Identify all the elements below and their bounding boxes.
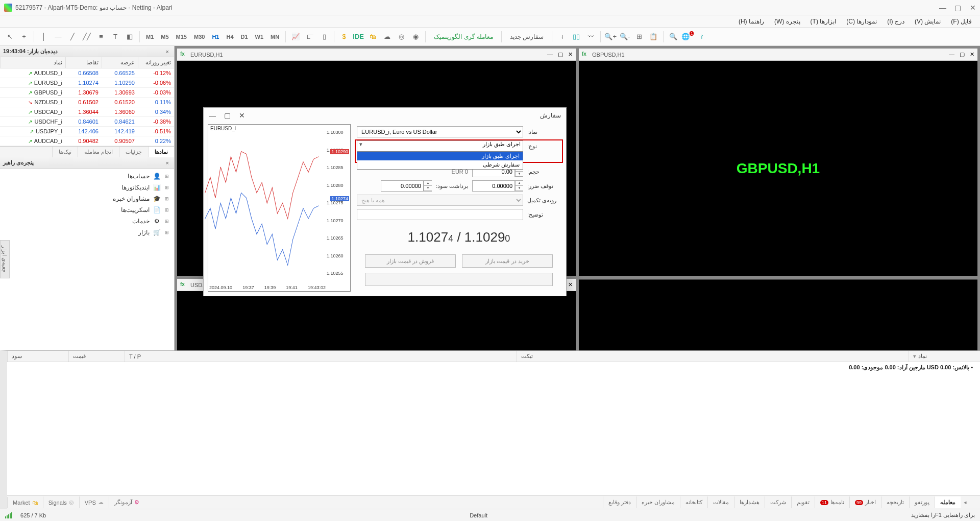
tf-m5[interactable]: M5 [158, 32, 172, 42]
tab-ticks[interactable]: تیک‌ها [52, 147, 78, 157]
type-option-pending[interactable]: سفارش شرطی [357, 160, 523, 169]
tab-mail[interactable]: نامه‌ها11 [815, 496, 849, 508]
search-icon[interactable]: 🔍 [667, 30, 680, 43]
menu-charts[interactable]: نمودارها (C) [842, 16, 881, 27]
menu-file[interactable]: فایل (F) [947, 16, 976, 27]
minimize-icon[interactable]: — [949, 51, 954, 58]
type-select[interactable]: اجرای طبق بازار [357, 140, 523, 152]
type-option-market[interactable]: اجرای طبق بازار [357, 152, 523, 160]
grid-icon[interactable]: ⫞ [555, 30, 569, 43]
chart-window-gbpusd[interactable]: fx GBPUSD,H1 —▢✕ GBPUSD,H1 [578, 48, 978, 276]
tab-vps[interactable]: ☁VPS [79, 496, 109, 508]
col-tp[interactable]: T / P [125, 351, 517, 362]
tab-symbols[interactable]: نمادها [148, 147, 174, 157]
tab-details[interactable]: جزئیات [119, 147, 148, 157]
scroll-left-icon[interactable]: ◂ [961, 499, 970, 506]
tab-calendar[interactable]: تقویم [791, 496, 815, 508]
market-watch-row[interactable]: ↗USDCAD_i 1.36044 1.36060 0.34% [0, 107, 174, 117]
menu-view[interactable]: نمایش (V) [911, 16, 945, 27]
text-icon[interactable]: T [109, 30, 122, 43]
tab-company[interactable]: شرکت [765, 496, 791, 508]
radar-icon[interactable]: ◉ [409, 30, 422, 43]
tab-trade[interactable]: معامله [935, 496, 961, 508]
sl-input[interactable] [472, 180, 515, 192]
tile-icon[interactable]: ⊞ [632, 30, 646, 43]
levels-icon[interactable]: ⫯ [695, 30, 708, 43]
fib-icon[interactable]: ≡ [94, 30, 108, 43]
close-icon[interactable]: ✕ [568, 281, 573, 288]
crosshair-icon[interactable]: + [17, 30, 31, 43]
tab-portfolio[interactable]: پورتفو [909, 496, 935, 508]
market-watch-row[interactable]: ↗EURUSD_i 1.10274 1.10290 -0.06% [0, 78, 174, 88]
cursor-icon[interactable]: ↖ [3, 30, 16, 43]
trendline-icon[interactable]: ╱ [66, 30, 79, 43]
market-icon[interactable]: 🛍 [366, 30, 379, 43]
tp-input[interactable] [381, 180, 424, 192]
minimize-icon[interactable]: — [547, 51, 553, 58]
close-icon[interactable]: ✕ [239, 111, 245, 120]
sell-button[interactable]: فروش در قیمت بازار [365, 254, 456, 268]
type-dropdown[interactable]: اجرای طبق بازار اجرای طبق بازار سفارش شر… [357, 140, 523, 152]
menu-window[interactable]: پنجره (W) [770, 16, 804, 27]
tab-news[interactable]: اخبار99 [849, 496, 881, 508]
tree-item[interactable]: ⊞🎓مشاوران خبره [4, 193, 170, 204]
shift-icon[interactable]: ▯▯ [570, 30, 583, 43]
tab-tester[interactable]: ⚙آزمونگر [109, 496, 144, 508]
tf-d1[interactable]: D1 [238, 32, 251, 42]
col-symbol[interactable]: نماد ▾ [909, 351, 980, 362]
zoom-out-icon[interactable]: 🔍- [618, 30, 631, 43]
dollar-icon[interactable]: $ [337, 30, 351, 43]
close-icon[interactable]: × [164, 160, 171, 166]
market-watch-row[interactable]: ↗AUDCAD_i 0.90482 0.90507 0.22% [0, 136, 174, 146]
col-price[interactable]: قیمت [68, 351, 125, 362]
tree-item[interactable]: ⊞⚙خدمات [4, 216, 170, 227]
chart-candle-icon[interactable]: ▯ [317, 30, 331, 43]
tab-history[interactable]: تاریخچه [881, 496, 909, 508]
tf-m1[interactable]: M1 [143, 32, 157, 42]
tab-library[interactable]: کتابخانه [680, 496, 707, 508]
market-watch-row[interactable]: ↗GBPUSD_i 1.30679 1.30693 -0.03% [0, 88, 174, 98]
tree-item[interactable]: ⊞📄اسکریپت‌ها [4, 204, 170, 216]
minimize-icon[interactable]: — [209, 111, 216, 120]
tree-item[interactable]: ⊞📊ایندیکاتورها [4, 182, 170, 193]
market-watch-row[interactable]: ↗USDCHF_i 0.84601 0.84621 -0.38% [0, 117, 174, 127]
order-full-button[interactable] [365, 273, 553, 286]
buy-button[interactable]: خرید در قیمت بازار [462, 254, 553, 268]
autoscroll-icon[interactable]: 〰 [584, 30, 597, 43]
toolbox-vertical-tab[interactable]: جعبه‌ی ابزار [0, 240, 10, 278]
tf-mn[interactable]: MN [267, 32, 282, 42]
tab-experts[interactable]: مشاوران خبره [636, 496, 680, 508]
tf-h1[interactable]: H1 [209, 32, 222, 42]
tab-trade[interactable]: انجام معامله [78, 147, 119, 157]
tree-item[interactable]: ⊞👤حساب‌ها [4, 171, 170, 182]
zoom-in-icon[interactable]: 🔍+ [604, 30, 617, 43]
signals-icon[interactable]: ◎ [395, 30, 408, 43]
vline-icon[interactable]: │ [37, 30, 51, 43]
tab-signals[interactable]: ◎Signals [43, 496, 79, 508]
col-change[interactable]: تغییر روزانه [138, 57, 174, 68]
tab-journal[interactable]: دفتر وقایع [603, 496, 636, 508]
minimize-button[interactable]: — [939, 5, 945, 11]
col-symbol[interactable]: نماد [0, 57, 65, 68]
col-bid[interactable]: تقاضا [65, 57, 102, 68]
new-order-button[interactable]: سفارش جدید [505, 31, 549, 42]
close-button[interactable]: ✕ [970, 5, 976, 11]
chart-line-icon[interactable]: 📈 [289, 30, 302, 43]
close-icon[interactable]: × [164, 49, 171, 55]
col-ask[interactable]: عرضه [102, 57, 138, 68]
hline-icon[interactable]: — [52, 30, 65, 43]
close-icon[interactable]: ✕ [970, 51, 974, 58]
maximize-button[interactable]: ▢ [954, 5, 961, 11]
close-icon[interactable]: ✕ [568, 51, 573, 58]
tab-alerts[interactable]: هشدارها [734, 496, 765, 508]
tf-m15[interactable]: M15 [173, 32, 190, 42]
tree-item[interactable]: ⊞🛒بازار [4, 227, 170, 238]
tab-market[interactable]: 🛍Market [7, 497, 43, 508]
col-profit[interactable]: سود [7, 351, 68, 362]
maximize-icon[interactable]: ▢ [960, 51, 965, 58]
tf-m30[interactable]: M30 [191, 32, 208, 42]
sl-spinner[interactable]: ▲▼ [515, 180, 523, 192]
globe-icon[interactable]: 🌐1 [681, 30, 694, 43]
menu-tools[interactable]: ابزارها (T) [806, 16, 841, 27]
template-icon[interactable]: 📋 [647, 30, 660, 43]
